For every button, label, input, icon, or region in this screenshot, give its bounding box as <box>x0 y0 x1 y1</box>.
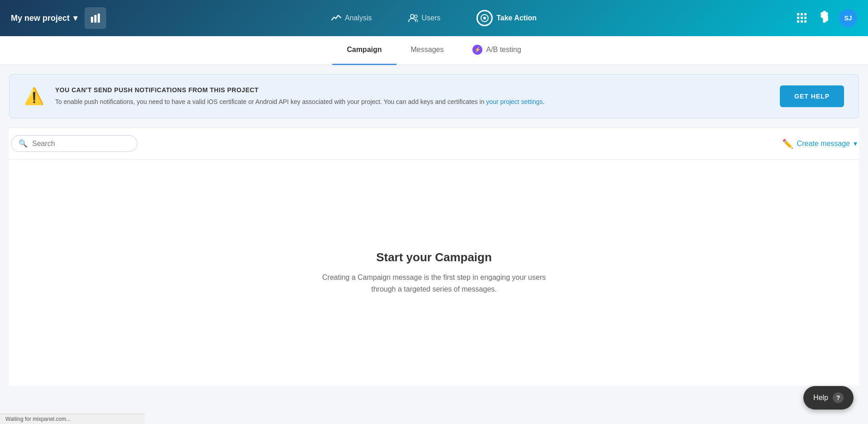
apps-grid-icon[interactable] <box>795 11 809 25</box>
search-input[interactable] <box>32 140 123 148</box>
nav-take-action-label: Take Action <box>496 14 537 22</box>
search-icon: 🔍 <box>19 139 28 148</box>
nav-center: Analysis Users Take Action <box>324 6 544 30</box>
warning-banner: ⚠️ YOU CAN'T SEND PUSH NOTIFICATIONS FRO… <box>9 74 859 118</box>
nav-analysis-label: Analysis <box>345 14 372 22</box>
tab-campaign-label: Campaign <box>347 46 382 54</box>
settings-gear-icon[interactable] <box>818 11 830 25</box>
project-settings-link[interactable]: your project settings <box>486 98 542 105</box>
analysis-icon <box>331 13 341 23</box>
project-chevron-icon: ▾ <box>73 13 77 23</box>
target-icon <box>476 10 493 26</box>
status-bar-text: Waiting for mixpanel.com... <box>5 416 71 422</box>
campaign-toolbar: 🔍 ✏️ Create message ▾ <box>9 127 859 160</box>
warning-body: To enable push notifications, you need t… <box>55 97 769 107</box>
empty-state: Start your Campaign Creating a Campaign … <box>9 160 859 386</box>
svg-point-3 <box>410 14 414 18</box>
warning-body-text: To enable push notifications, you need t… <box>55 98 486 105</box>
create-message-chevron-icon: ▾ <box>854 139 857 148</box>
warning-suffix: . <box>543 98 545 105</box>
get-help-button[interactable]: GET HELP <box>780 85 844 107</box>
ab-testing-badge: ⚡ <box>472 45 482 55</box>
warning-title: YOU CAN'T SEND PUSH NOTIFICATIONS FROM T… <box>55 86 769 94</box>
svg-rect-0 <box>91 17 93 23</box>
nav-right: SJ <box>795 9 857 27</box>
main-content: ⚠️ YOU CAN'T SEND PUSH NOTIFICATIONS FRO… <box>0 65 868 395</box>
nav-users-label: Users <box>421 14 440 22</box>
project-name-dropdown[interactable]: My new project ▾ <box>11 13 77 23</box>
nav-item-analysis[interactable]: Analysis <box>324 9 379 27</box>
warning-triangle-icon: ⚠️ <box>24 87 44 106</box>
create-message-label: Create message <box>797 140 850 148</box>
tab-messages[interactable]: Messages <box>396 36 458 65</box>
browser-status-bar: Waiting for mixpanel.com... <box>0 414 145 424</box>
sub-navigation: Campaign Messages ⚡ A/B testing <box>0 36 868 65</box>
svg-rect-1 <box>94 15 97 23</box>
users-icon <box>408 13 418 23</box>
svg-point-4 <box>414 15 417 18</box>
nav-item-users[interactable]: Users <box>401 9 448 27</box>
nav-item-take-action[interactable]: Take Action <box>469 6 544 30</box>
tab-campaign[interactable]: Campaign <box>332 36 396 65</box>
tab-ab-testing-label: A/B testing <box>486 46 521 54</box>
help-fab-button[interactable]: Help ? <box>803 386 854 410</box>
create-message-edit-icon: ✏️ <box>782 138 793 149</box>
search-box: 🔍 <box>11 135 137 152</box>
help-question-icon: ? <box>833 392 844 403</box>
empty-state-title: Start your Campaign <box>376 250 492 264</box>
user-avatar[interactable]: SJ <box>839 9 857 27</box>
empty-state-description: Creating a Campaign message is the first… <box>322 272 546 295</box>
svg-rect-2 <box>98 14 100 23</box>
help-fab-label: Help <box>813 394 828 402</box>
lightning-icon: ⚡ <box>474 47 481 53</box>
nav-bar-chart-icon[interactable] <box>85 7 106 29</box>
nav-left: My new project ▾ <box>11 7 146 29</box>
project-name-label: My new project <box>11 14 70 23</box>
create-message-button[interactable]: ✏️ Create message ▾ <box>782 138 857 149</box>
tab-ab-testing[interactable]: ⚡ A/B testing <box>458 36 535 65</box>
top-navigation: My new project ▾ Analysis <box>0 0 868 36</box>
warning-text-block: YOU CAN'T SEND PUSH NOTIFICATIONS FROM T… <box>55 86 769 107</box>
avatar-initials: SJ <box>844 14 852 22</box>
tab-messages-label: Messages <box>411 46 444 54</box>
